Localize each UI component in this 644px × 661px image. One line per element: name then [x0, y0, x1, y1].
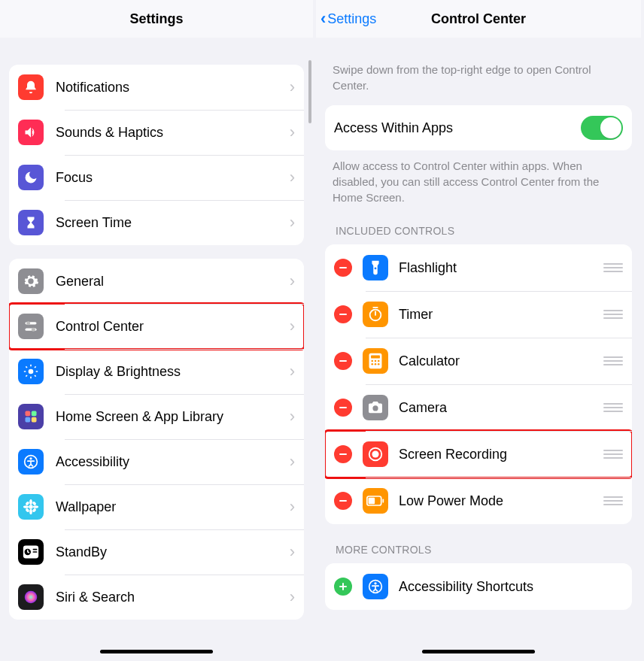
svg-rect-33 — [339, 267, 347, 268]
page-title: Settings — [129, 11, 183, 27]
add-button[interactable] — [334, 578, 352, 596]
bell-icon — [18, 74, 44, 100]
settings-row-screen-time[interactable]: Screen Time› — [9, 200, 304, 245]
control-label: Accessibility Shortcuts — [399, 579, 623, 595]
settings-group: Notifications›Sounds & Haptics›Focus›Scr… — [9, 65, 304, 245]
svg-line-9 — [26, 366, 27, 368]
figure-icon — [363, 574, 388, 599]
drag-handle[interactable] — [603, 402, 623, 414]
record-icon — [363, 441, 388, 467]
settings-row-general[interactable]: General› — [9, 259, 304, 304]
clock-card-icon — [18, 539, 44, 565]
svg-rect-37 — [339, 360, 347, 362]
remove-button[interactable] — [334, 492, 352, 510]
sliders-icon — [18, 314, 44, 339]
svg-rect-48 — [339, 453, 347, 455]
svg-rect-46 — [339, 407, 347, 408]
drag-handle[interactable] — [603, 308, 623, 320]
included-row-camera: Camera — [325, 384, 632, 431]
row-label: Notifications — [56, 80, 290, 96]
settings-row-sounds-haptics[interactable]: Sounds & Haptics› — [9, 110, 304, 155]
settings-row-notifications[interactable]: Notifications› — [9, 65, 304, 110]
drag-handle[interactable] — [603, 495, 623, 507]
row-label: General — [56, 274, 290, 290]
chevron-right-icon: › — [290, 362, 295, 381]
settings-row-display-brightness[interactable]: Display & Brightness› — [9, 349, 304, 394]
hourglass-icon — [18, 210, 44, 235]
chevron-right-icon: › — [290, 77, 295, 97]
chevron-right-icon: › — [290, 542, 295, 562]
svg-rect-14 — [32, 411, 37, 417]
svg-point-32 — [25, 591, 38, 604]
home-indicator[interactable] — [422, 650, 535, 653]
settings-row-focus[interactable]: Focus› — [9, 155, 304, 200]
settings-row-home-screen-app-library[interactable]: Home Screen & App Library› — [9, 394, 304, 439]
settings-row-accessibility[interactable]: Accessibility› — [9, 439, 304, 484]
svg-point-34 — [375, 268, 377, 270]
row-label: Display & Brightness — [56, 364, 290, 380]
remove-button[interactable] — [334, 305, 352, 323]
included-row-low-power-mode: Low Power Mode — [325, 478, 632, 524]
row-label: Wallpaper — [56, 499, 290, 515]
svg-point-20 — [29, 499, 32, 505]
camera-icon — [363, 395, 388, 420]
back-button[interactable]: ‹ Settings — [320, 0, 376, 38]
nav-header: Settings — [0, 0, 313, 38]
svg-point-21 — [29, 509, 32, 514]
included-controls-header: INCLUDED CONTROLS — [316, 225, 641, 237]
drag-handle[interactable] — [603, 355, 623, 367]
settings-row-wallpaper[interactable]: Wallpaper› — [9, 484, 304, 529]
scrollbar-thumb[interactable] — [308, 60, 311, 123]
back-label: Settings — [327, 11, 376, 27]
svg-point-18 — [29, 457, 32, 459]
page-title: Control Center — [431, 11, 526, 27]
more-controls-group: Accessibility Shortcuts — [325, 563, 632, 610]
svg-line-11 — [26, 375, 27, 377]
settings-row-control-center[interactable]: Control Center› — [9, 304, 304, 349]
svg-rect-54 — [382, 499, 384, 502]
svg-point-58 — [374, 582, 376, 584]
control-label: Camera — [399, 400, 603, 416]
chevron-right-icon: › — [290, 497, 295, 517]
home-indicator[interactable] — [100, 650, 213, 653]
remove-button[interactable] — [334, 352, 352, 370]
gear-icon — [18, 268, 44, 294]
remove-button[interactable] — [334, 259, 352, 277]
chevron-right-icon: › — [290, 123, 295, 142]
remove-button[interactable] — [334, 445, 352, 463]
row-label: StandBy — [56, 544, 290, 560]
row-label: Siri & Search — [56, 590, 290, 605]
more-controls-header: MORE CONTROLS — [316, 544, 641, 556]
svg-point-23 — [33, 505, 38, 508]
settings-pane: Settings Notifications›Sounds & Haptics›… — [0, 0, 316, 661]
drag-handle[interactable] — [603, 262, 623, 274]
access-within-apps-row[interactable]: Access Within Apps — [325, 105, 632, 150]
chevron-right-icon: › — [290, 213, 295, 232]
chevron-right-icon: › — [290, 587, 295, 607]
included-row-timer: Timer — [325, 291, 632, 338]
brightness-icon — [18, 359, 44, 384]
included-row-flashlight: Flashlight — [325, 244, 632, 291]
settings-row-siri-search[interactable]: Siri & Search› — [9, 575, 304, 620]
row-label: Accessibility — [56, 454, 290, 470]
remove-button[interactable] — [334, 399, 352, 417]
access-toggle[interactable] — [581, 116, 623, 140]
svg-point-41 — [375, 360, 377, 362]
svg-point-24 — [25, 501, 29, 505]
svg-point-25 — [32, 501, 36, 505]
timer-icon — [363, 302, 388, 327]
drag-handle[interactable] — [603, 448, 623, 460]
included-row-screen-recording: Screen Recording — [325, 431, 632, 478]
svg-point-44 — [375, 363, 377, 365]
battery-icon — [363, 488, 388, 514]
chevron-right-icon: › — [290, 271, 295, 291]
svg-rect-53 — [369, 498, 375, 505]
svg-line-12 — [35, 366, 36, 368]
flower-icon — [18, 494, 44, 520]
svg-point-43 — [372, 363, 374, 365]
settings-row-standby[interactable]: StandBy› — [9, 529, 304, 575]
svg-point-3 — [32, 328, 35, 332]
svg-point-42 — [378, 360, 380, 362]
svg-rect-56 — [339, 586, 347, 587]
svg-rect-39 — [371, 355, 380, 358]
